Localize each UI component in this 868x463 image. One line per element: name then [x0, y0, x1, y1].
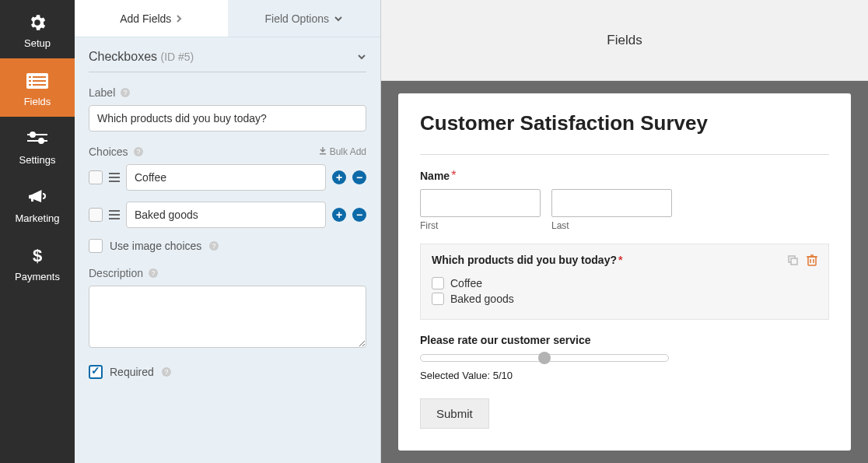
required-checkbox[interactable] — [89, 365, 103, 379]
choices-caption: Choices — [89, 146, 128, 158]
help-icon[interactable]: ? — [161, 367, 172, 377]
choice-row: + − — [89, 202, 366, 228]
preview-column: Fields Customer Satisfaction Survey Name… — [381, 0, 868, 463]
svg-rect-3 — [29, 80, 31, 82]
bullhorn-icon — [0, 186, 75, 209]
sidebar-item-payments[interactable]: $ Payments — [0, 233, 75, 292]
chevron-down-icon — [334, 16, 343, 22]
section-id: (ID #5) — [161, 51, 194, 63]
checkbox-option-label: Baked goods — [450, 293, 514, 305]
form-preview: Customer Satisfaction Survey Name* First… — [398, 93, 851, 451]
label-input[interactable] — [89, 105, 366, 132]
tab-label: Add Fields — [120, 12, 171, 25]
bulk-add-link[interactable]: Bulk Add — [319, 146, 366, 157]
description-textarea[interactable] — [89, 286, 366, 348]
sidebar-label: Settings — [0, 154, 75, 166]
required-asterisk: * — [618, 254, 622, 266]
svg-rect-25 — [808, 257, 816, 265]
svg-text:?: ? — [164, 368, 168, 376]
panel-tabs: Add Fields Field Options — [75, 0, 380, 37]
checkbox-question: Which products did you buy today? — [432, 254, 617, 266]
svg-rect-2 — [33, 76, 46, 78]
tab-add-fields[interactable]: Add Fields — [75, 0, 228, 37]
gear-icon — [0, 11, 75, 34]
required-label: Required — [110, 366, 154, 378]
section-name: Checkboxes — [89, 50, 157, 63]
options-panel: Add Fields Field Options Checkboxes (ID … — [75, 0, 381, 463]
app-sidebar: Setup Fields Settings Marketing $ Paymen… — [0, 0, 75, 463]
last-name-input[interactable] — [551, 189, 672, 217]
svg-rect-1 — [29, 76, 31, 78]
drag-handle-icon[interactable] — [109, 173, 120, 182]
name-label: Name — [420, 170, 450, 182]
choice-input[interactable] — [126, 202, 326, 228]
slider-thumb[interactable] — [538, 352, 551, 364]
sidebar-item-fields[interactable]: Fields — [0, 58, 75, 117]
first-name-sublabel: First — [420, 220, 541, 231]
svg-text:?: ? — [212, 242, 216, 250]
chevron-right-icon — [176, 14, 182, 23]
choice-input[interactable] — [126, 164, 326, 191]
svg-point-10 — [39, 139, 44, 143]
sidebar-item-settings[interactable]: Settings — [0, 117, 75, 175]
name-field: Name* First Last — [420, 169, 829, 231]
add-choice-button[interactable]: + — [332, 170, 346, 184]
trash-icon[interactable] — [807, 254, 817, 266]
remove-choice-button[interactable]: − — [352, 170, 366, 184]
help-icon[interactable]: ? — [120, 87, 131, 98]
svg-text:$: $ — [33, 247, 42, 265]
help-icon[interactable]: ? — [133, 146, 144, 157]
sidebar-label: Fields — [0, 96, 75, 107]
help-icon[interactable]: ? — [208, 240, 219, 251]
sliders-icon — [0, 128, 75, 151]
submit-button[interactable]: Submit — [420, 398, 489, 429]
required-asterisk: * — [451, 169, 456, 182]
remove-choice-button[interactable]: − — [352, 208, 366, 222]
svg-rect-24 — [791, 258, 797, 265]
svg-point-8 — [30, 132, 35, 137]
svg-text:?: ? — [152, 269, 156, 277]
svg-text:?: ? — [136, 148, 140, 156]
checkbox-option[interactable]: Baked goods — [432, 293, 817, 305]
dollar-icon: $ — [0, 244, 75, 268]
selected-value-prefix: Selected Value: — [420, 370, 490, 381]
slider-track[interactable] — [420, 354, 669, 362]
tab-label: Field Options — [265, 12, 329, 25]
choice-default-checkbox[interactable] — [89, 208, 103, 222]
image-choices-checkbox[interactable] — [89, 239, 103, 253]
svg-rect-16 — [320, 153, 326, 155]
svg-rect-6 — [33, 84, 46, 86]
description-caption: Description — [89, 267, 143, 279]
tab-field-options[interactable]: Field Options — [228, 0, 381, 37]
duplicate-icon[interactable] — [786, 254, 799, 266]
svg-rect-4 — [33, 80, 46, 82]
list-icon — [0, 69, 75, 93]
sidebar-item-marketing[interactable]: Marketing — [0, 175, 75, 233]
checkbox-field-card[interactable]: Which products did you buy today?* Coffe… — [420, 244, 829, 320]
choice-default-checkbox[interactable] — [89, 170, 103, 184]
selected-value: 5/10 — [493, 370, 513, 381]
bulk-add-label: Bulk Add — [330, 146, 366, 157]
chevron-down-icon — [357, 54, 366, 60]
slider-label: Please rate our customer service — [420, 334, 829, 346]
sidebar-label: Payments — [0, 271, 75, 282]
svg-rect-5 — [29, 84, 31, 86]
svg-text:?: ? — [124, 89, 128, 96]
last-name-sublabel: Last — [551, 220, 672, 231]
form-title: Customer Satisfaction Survey — [420, 112, 829, 135]
slider-field: Please rate our customer service Selecte… — [420, 334, 829, 381]
page-title: Fields — [607, 33, 642, 48]
checkbox-option[interactable]: Coffee — [432, 277, 817, 289]
drag-handle-icon[interactable] — [109, 210, 120, 219]
image-choices-label: Use image choices — [110, 240, 201, 252]
top-bar: Fields — [381, 0, 868, 81]
section-header[interactable]: Checkboxes (ID #5) — [89, 50, 366, 72]
checkbox-option-label: Coffee — [450, 277, 482, 289]
choice-row: + − — [89, 164, 366, 191]
sidebar-label: Marketing — [0, 212, 75, 224]
add-choice-button[interactable]: + — [332, 208, 346, 222]
sidebar-label: Setup — [0, 37, 75, 49]
first-name-input[interactable] — [420, 189, 541, 217]
sidebar-item-setup[interactable]: Setup — [0, 0, 75, 58]
help-icon[interactable]: ? — [148, 268, 159, 279]
